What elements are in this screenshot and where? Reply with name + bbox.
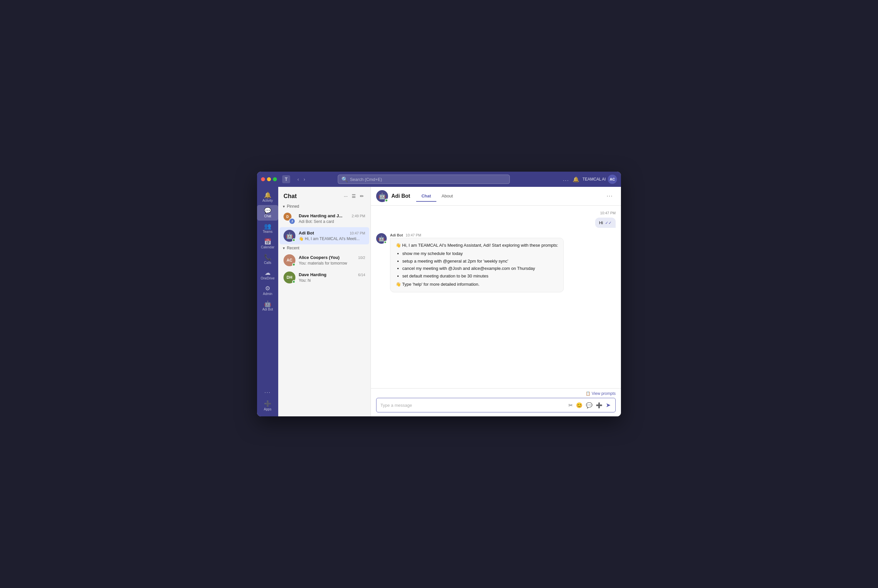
sidebar-item-label-teams: Teams	[263, 230, 272, 234]
bot-message-meta: Adi Bot 10:47 PM	[390, 233, 564, 237]
dave-harding-online-dot	[292, 280, 296, 284]
bot-footer: 👋 Type 'help' for more detailed informat…	[396, 281, 558, 288]
chat-item-preview-dave-harding: You: hi	[299, 278, 311, 283]
chat-item-time-dave-j: 2:49 PM	[352, 214, 365, 218]
chat-item-dave-j[interactable]: D J Dave Harding and J... 2:49 PM Adi Bo…	[279, 210, 369, 227]
format-text-button[interactable]: ✂	[568, 402, 573, 409]
sidebar-item-teams[interactable]: 👥 Teams	[257, 220, 278, 236]
bot-bullet-4: set default meeting duration to be 30 mi…	[402, 273, 558, 280]
send-button[interactable]: ➤	[605, 401, 611, 410]
notification-icon[interactable]: 🔔	[573, 176, 579, 183]
sidebar-item-label-apps: Apps	[264, 407, 272, 411]
sidebar-item-label-chat: Chat	[264, 214, 271, 218]
recent-chevron-icon: ▼	[282, 246, 285, 250]
app-window: T ‹ › 🔍 ... 🔔 TEAMCAL AI AC 🔔 Activity	[257, 172, 621, 416]
nav-back-button[interactable]: ‹	[296, 176, 301, 183]
chat-item-content-dave-j: Dave Harding and J... 2:49 PM Adi Bot: S…	[299, 213, 365, 224]
message-check-icon: ✓✓	[605, 220, 612, 225]
attach-button[interactable]: ➕	[595, 402, 603, 409]
alice-avatar-wrapper: AC	[284, 254, 296, 266]
sidebar: 🔔 Activity 💬 Chat 👥 Teams 📅 Calendar 📞 C…	[257, 187, 278, 416]
view-prompts-label: View prompts	[592, 391, 616, 396]
sidebar-item-label-onedrive: OneDrive	[261, 276, 275, 280]
pinned-section-label: Pinned	[287, 204, 299, 208]
alice-online-dot	[292, 263, 296, 266]
search-input[interactable]	[350, 177, 506, 182]
minimize-button[interactable]	[267, 177, 271, 181]
view-prompts-button[interactable]: 📋 View prompts	[585, 391, 616, 396]
emoji-button[interactable]: 😊	[575, 402, 583, 409]
teams-logo-icon: T	[282, 175, 290, 183]
search-bar[interactable]: 🔍	[338, 175, 510, 184]
user-avatar: AC	[608, 175, 617, 184]
chat-icon: 💬	[264, 208, 271, 214]
chat-item-alice[interactable]: AC Alice Coopers (You) 10/2 You: materia…	[279, 252, 369, 269]
recent-section-label: Recent	[287, 246, 299, 250]
chat-header-name: Adi Bot	[391, 193, 410, 199]
message-text-hi: Hi	[599, 220, 603, 225]
chat-item-adi-bot[interactable]: 🤖 Adi Bot 10:47 PM 👋 Hi, I am TEAMCAL AI…	[279, 227, 369, 244]
adi-bot-online-dot	[292, 238, 296, 242]
sidebar-item-admin[interactable]: ⚙ Admin	[257, 283, 278, 298]
tab-chat[interactable]: Chat	[416, 191, 436, 202]
sidebar-item-activity[interactable]: 🔔 Activity	[257, 189, 278, 205]
bot-message-sender: Adi Bot	[390, 233, 403, 237]
message-input-area: 📋 View prompts ✂ 😊 💬 ➕ ➤	[371, 388, 621, 416]
sidebar-item-apps[interactable]: ➕ Apps	[257, 398, 278, 414]
close-button[interactable]	[261, 177, 265, 181]
chat-header: 🤖 Adi Bot Chat About ···	[371, 187, 621, 206]
chat-item-name-dave-j: Dave Harding and J...	[299, 213, 342, 218]
chat-item-dave-harding[interactable]: DH Dave Harding 6/14 You: hi	[279, 269, 369, 286]
bot-bullet-1: show me my schedule for today	[402, 250, 558, 257]
sidebar-more-button[interactable]: ···	[262, 387, 273, 398]
sidebar-item-label-adibot: Adi Bot	[262, 308, 273, 311]
user-info[interactable]: TEAMCAL AI AC	[582, 175, 617, 184]
user-name-label: TEAMCAL AI	[582, 177, 606, 182]
chat-list-title: Chat	[284, 193, 340, 200]
bot-bullet-2: setup a meeting with @general at 2pm for…	[402, 258, 558, 265]
chat-header-bot-emoji: 🤖	[378, 192, 386, 200]
sidebar-item-calls[interactable]: 📞 Calls	[257, 252, 278, 267]
sidebar-item-chat[interactable]: 💬 Chat	[257, 205, 278, 220]
chat-item-content-dave-harding: Dave Harding 6/14 You: hi	[299, 272, 365, 283]
prompts-book-icon: 📋	[585, 391, 590, 396]
nav-arrows: ‹ ›	[296, 176, 307, 183]
chat-list-filter-button[interactable]: ☰	[350, 192, 357, 200]
main-layout: 🔔 Activity 💬 Chat 👥 Teams 📅 Calendar 📞 C…	[257, 187, 621, 416]
message-input[interactable]	[380, 403, 565, 408]
onedrive-icon: ☁	[265, 270, 271, 276]
chat-item-time-dave-harding: 6/14	[358, 273, 365, 277]
sidebar-item-label-activity: Activity	[262, 199, 273, 202]
tab-about[interactable]: About	[436, 191, 458, 202]
message-bubble-user-hi: Hi ✓✓	[595, 218, 616, 228]
chat-header-bot-avatar: 🤖	[376, 190, 388, 202]
chat-item-preview-alice: You: materials for tomorrow	[299, 261, 347, 266]
chat-list-panel: Chat ··· ☰ ✏ ▼ Pinned D J	[278, 187, 371, 416]
avatar-j: J	[289, 218, 296, 225]
gif-button[interactable]: 💬	[585, 402, 593, 409]
maximize-button[interactable]	[273, 177, 277, 181]
message-input-box: ✂ 😊 💬 ➕ ➤	[376, 398, 616, 412]
more-options-button[interactable]: ...	[563, 176, 569, 182]
chat-item-preview-adi-bot: 👋 Hi, I am TEAMCAL AI's Meeti...	[299, 237, 360, 241]
chat-header-more-button[interactable]: ···	[604, 192, 616, 200]
chat-item-top-dave-j: Dave Harding and J... 2:49 PM	[299, 213, 365, 218]
sidebar-item-adibot[interactable]: 🤖 Adi Bot	[257, 298, 278, 314]
chat-list-actions: ··· ☰ ✏	[342, 192, 365, 200]
nav-forward-button[interactable]: ›	[302, 176, 307, 183]
calendar-icon: 📅	[264, 239, 271, 245]
pinned-section-header[interactable]: ▼ Pinned	[278, 203, 371, 210]
sidebar-item-calendar[interactable]: 📅 Calendar	[257, 236, 278, 252]
title-bar: T ‹ › 🔍 ... 🔔 TEAMCAL AI AC	[257, 172, 621, 187]
messages-area[interactable]: 10:47 PM Hi ✓✓ 🤖 Adi Bot 1	[371, 206, 621, 388]
sidebar-item-onedrive[interactable]: ☁ OneDrive	[257, 267, 278, 283]
input-actions: ✂ 😊 💬 ➕ ➤	[568, 401, 611, 410]
chat-list-header: Chat ··· ☰ ✏	[278, 187, 371, 203]
svg-text:T: T	[285, 177, 288, 182]
chat-item-top-dave-harding: Dave Harding 6/14	[299, 272, 365, 277]
new-chat-button[interactable]: ✏	[359, 192, 365, 200]
chat-list-more-button[interactable]: ···	[342, 192, 349, 200]
recent-section-header[interactable]: ▼ Recent	[278, 244, 371, 252]
traffic-lights	[261, 177, 277, 181]
bot-message-avatar: 🤖	[376, 233, 387, 244]
